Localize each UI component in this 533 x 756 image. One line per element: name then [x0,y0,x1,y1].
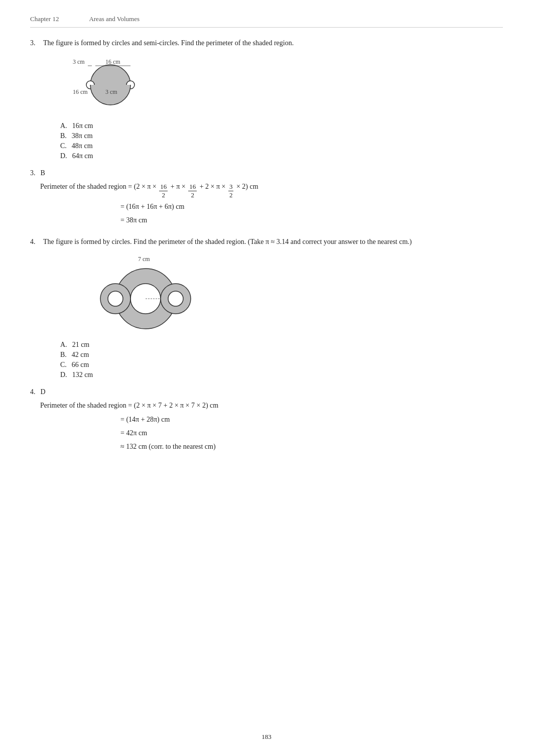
answer-3-num: 3. [30,169,36,177]
option-q4-value-a: 21 cm [72,341,90,349]
option-q4-b: B. 42 cm [60,351,503,359]
page-number: 183 [0,733,533,741]
label-16cm-top: 16 cm [105,58,120,65]
option-q4-d: D. 132 cm [60,371,503,379]
option-q4-letter-a: A. [60,341,67,349]
question-4-body: The figure is formed by circles. Find th… [43,236,412,247]
option-q4-value-d: 132 cm [72,371,93,379]
option-q4-letter-b: B. [60,351,67,359]
svg-point-5 [108,291,123,306]
option-q4-letter-c: C. [60,361,67,369]
solution-4-intro: Perimeter of the shaded region = (2 × π … [40,399,503,412]
question-3-body: The figure is formed by circles and semi… [43,38,294,49]
question-3-num: 3. [30,38,40,49]
diagram-q4-svg: 7 cm [60,254,231,334]
option-q4-value-b: 42 cm [72,351,89,359]
question-4-num: 4. [30,236,40,247]
option-q3-b: B. 38π cm [60,132,503,140]
option-value-d: 64π cm [72,152,93,160]
solution-4: Perimeter of the shaded region = (2 × π … [40,399,503,453]
label-3cm-bottom: 3 cm [105,88,117,95]
label-16cm-bottom: 16 cm [73,88,88,95]
option-q3-c: C. 48π cm [60,142,503,150]
answer-4-num: 4. [30,388,36,396]
question-3-text: 3. The figure is formed by circles and s… [30,38,503,49]
options-q4: A. 21 cm B. 42 cm C. 66 cm D. 132 cm [60,341,503,379]
answer-4-letter: D [41,388,46,396]
answer-3: 3. B Perimeter of the shaded region = ( … [30,169,503,226]
option-letter-d: D. [60,152,67,160]
solution-4-step3: ≈ 132 cm (corr. to the nearest cm) [120,440,503,453]
question-3: 3. The figure is formed by circles and s… [30,38,503,160]
solution-4-step1: = (14π + 28π) cm [120,413,503,426]
solution-3-intro: Perimeter of the shaded region = ( 2 × π… [40,180,503,199]
option-q4-value-c: 66 cm [72,361,89,369]
diagram-q3: 3 cm 16 cm 16 cm 3 cm [60,55,503,117]
solution-3-step2: = 38π cm [120,214,503,226]
label-7cm: 7 cm [138,256,150,263]
option-value-b: 38π cm [72,132,93,140]
option-letter-c: C. [60,142,67,150]
option-q3-d: D. 64π cm [60,152,503,160]
option-value-c: 48π cm [72,142,93,150]
option-value-a: 16π cm [72,122,93,130]
chapter-title: Areas and Volumes [89,15,140,23]
options-q3: A. 16π cm B. 38π cm C. 48π cm D. 64π cm [60,122,503,160]
option-q4-letter-d: D. [60,371,67,379]
option-letter-b: B. [60,132,67,140]
label-3cm-top: 3 cm [73,58,85,65]
page-header: Chapter 12 Areas and Volumes [30,15,503,28]
solution-3-step1: = (16π + 16π + 6π) cm [120,200,503,213]
question-4: 4. The figure is formed by circles. Find… [30,236,503,379]
answer-4-line: 4. D [30,388,503,396]
diagram-q3-svg: 3 cm 16 cm 16 cm 3 cm [60,55,221,115]
question-4-text: 4. The figure is formed by circles. Find… [30,236,503,247]
answer-4: 4. D Perimeter of the shaded region = (2… [30,388,503,453]
answer-3-line: 3. B [30,169,503,177]
option-letter-a: A. [60,122,67,130]
diagram-q4: 7 cm [60,254,503,336]
svg-point-7 [168,291,183,306]
answer-3-letter: B [41,169,45,177]
option-q3-a: A. 16π cm [60,122,503,130]
solution-3: Perimeter of the shaded region = ( 2 × π… [40,180,503,226]
option-q4-c: C. 66 cm [60,361,503,369]
solution-4-step2: = 42π cm [120,427,503,439]
chapter-label: Chapter 12 [30,15,59,23]
option-q4-a: A. 21 cm [60,341,503,349]
